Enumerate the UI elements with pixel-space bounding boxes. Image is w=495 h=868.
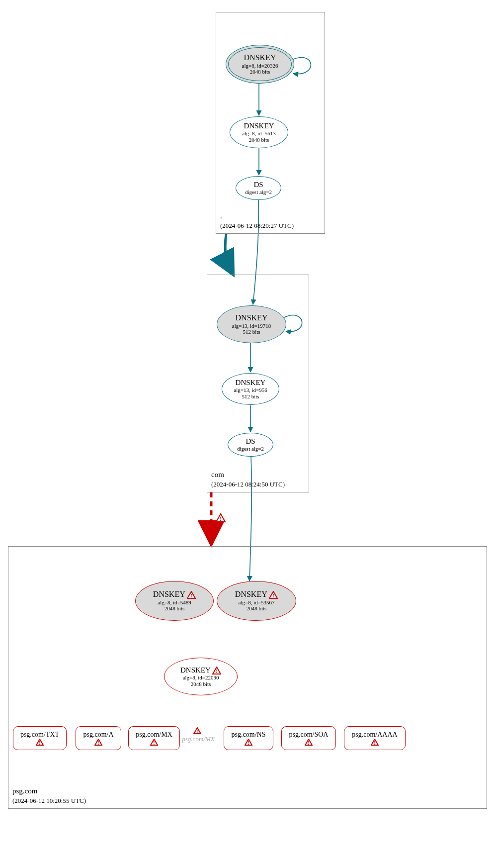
delegation-warning-icon: ! bbox=[216, 513, 226, 522]
root-ksk-alg: alg=8, id=20326 bbox=[242, 63, 278, 69]
node-com-ksk: DNSKEY alg=13, id=19718 512 bits bbox=[217, 305, 286, 343]
root-zsk-alg: alg=8, id=5613 bbox=[242, 130, 275, 137]
root-zsk-title: DNSKEY bbox=[244, 122, 274, 130]
warning-icon: ! bbox=[245, 739, 252, 746]
node-com-ds: DS digest alg=2 bbox=[228, 433, 273, 457]
zone-root-timestamp: (2024-06-12 08:20:27 UTC) bbox=[220, 222, 294, 229]
zone-psg-name: psg.com bbox=[12, 787, 37, 795]
svg-text:!: ! bbox=[153, 740, 155, 746]
psg-k1-bits: 2048 bits bbox=[165, 605, 185, 612]
com-zsk-alg: alg=13, id=956 bbox=[234, 387, 267, 393]
psg-k2-title: DNSKEY ! bbox=[235, 590, 278, 599]
zone-com-timestamp: (2024-06-12 08:24:50 UTC) bbox=[211, 481, 285, 488]
svg-text:!: ! bbox=[308, 740, 309, 746]
warning-icon: ! bbox=[187, 591, 196, 599]
svg-text:!: ! bbox=[39, 740, 40, 746]
rr-a: psg.com/A ! bbox=[76, 726, 121, 750]
psg-k1-title: DNSKEY ! bbox=[153, 590, 196, 599]
node-root-zsk: DNSKEY alg=8, id=5613 2048 bits bbox=[230, 116, 288, 148]
svg-text:!: ! bbox=[190, 592, 192, 598]
psg-k3-title: DNSKEY ! bbox=[180, 666, 221, 675]
node-root-ksk: DNSKEY alg=8, id=20326 2048 bits bbox=[226, 45, 294, 84]
svg-text:!: ! bbox=[196, 729, 198, 734]
psg-k2-bits: 2048 bits bbox=[247, 605, 267, 612]
warning-icon: ! bbox=[305, 739, 313, 746]
warning-icon: ! bbox=[94, 739, 102, 746]
root-ksk-title: DNSKEY bbox=[244, 53, 276, 62]
svg-text:!: ! bbox=[220, 515, 222, 522]
node-psg-dnskey-5489: DNSKEY ! alg=8, id=5489 2048 bits bbox=[135, 581, 214, 621]
rr-soa: psg.com/SOA ! bbox=[281, 726, 336, 750]
root-ksk-bits: 2048 bits bbox=[250, 69, 270, 75]
svg-text:!: ! bbox=[97, 740, 99, 746]
zone-root-name: . bbox=[220, 212, 222, 220]
rr-mx: psg.com/MX ! bbox=[128, 726, 180, 750]
rr-mx-ghost: psg.com/MX bbox=[180, 735, 216, 743]
warning-icon: ! bbox=[150, 739, 158, 746]
com-ksk-bits: 512 bits bbox=[243, 329, 260, 335]
psg-k3-alg: alg=8, id=22090 bbox=[183, 675, 219, 681]
com-ds-digest: digest alg=2 bbox=[237, 446, 264, 452]
svg-text:!: ! bbox=[272, 592, 274, 598]
warning-icon: ! bbox=[36, 739, 44, 746]
root-zsk-bits: 2048 bits bbox=[249, 137, 269, 143]
rr-txt: psg.com/TXT ! bbox=[13, 726, 67, 750]
com-zsk-bits: 512 bits bbox=[242, 393, 259, 400]
node-com-zsk: DNSKEY alg=13, id=956 512 bits bbox=[222, 373, 279, 405]
warning-icon: ! bbox=[371, 739, 379, 746]
root-ds-title: DS bbox=[253, 181, 263, 189]
node-psg-dnskey-53567: DNSKEY ! alg=8, id=53567 2048 bits bbox=[217, 581, 296, 621]
com-zsk-title: DNSKEY bbox=[236, 379, 266, 387]
rr-aaaa: psg.com/AAAA ! bbox=[344, 726, 406, 750]
psg-k1-alg: alg=8, id=5489 bbox=[158, 599, 191, 606]
svg-text:!: ! bbox=[374, 740, 375, 746]
svg-text:!: ! bbox=[248, 740, 249, 746]
com-ksk-title: DNSKEY bbox=[236, 313, 268, 322]
com-ksk-alg: alg=13, id=19718 bbox=[232, 323, 271, 329]
psg-k3-bits: 2048 bits bbox=[191, 681, 211, 687]
warning-icon: ! bbox=[269, 591, 278, 599]
node-psg-dnskey-22090: DNSKEY ! alg=8, id=22090 2048 bits bbox=[164, 658, 238, 695]
zone-psg-timestamp: (2024-06-12 10:20:55 UTC) bbox=[12, 797, 86, 804]
rr-ns: psg.com/NS ! bbox=[224, 726, 273, 750]
com-ds-title: DS bbox=[246, 437, 255, 446]
root-ds-digest: digest alg=2 bbox=[245, 189, 272, 195]
psg-k2-alg: alg=8, id=53567 bbox=[239, 599, 275, 606]
node-root-ds: DS digest alg=2 bbox=[236, 176, 281, 200]
svg-text:!: ! bbox=[216, 668, 218, 674]
zone-com-name: com bbox=[211, 471, 224, 479]
warning-icon: ! bbox=[212, 667, 221, 675]
